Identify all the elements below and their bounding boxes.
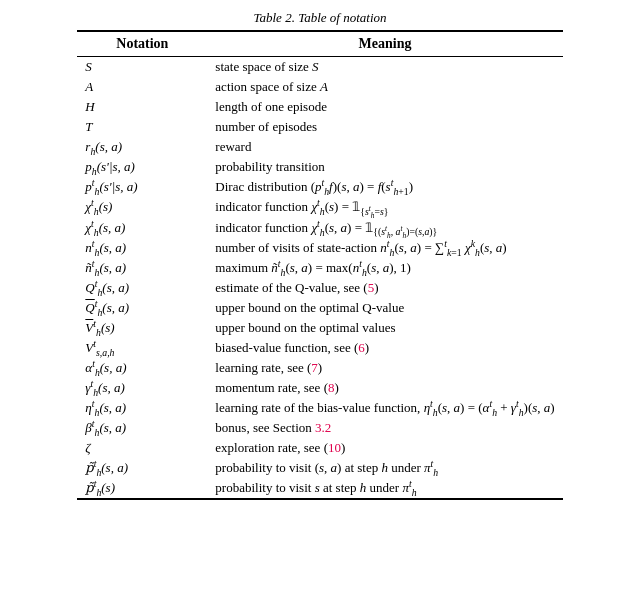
cell-meaning: state space of size S xyxy=(207,57,562,78)
cell-meaning: maximum ñth(s, a) = max(nth(s, a), 1) xyxy=(207,258,562,278)
cell-meaning: learning rate of the bias-value function… xyxy=(207,398,562,418)
table-row: Qth(s, a)upper bound on the optimal Q-va… xyxy=(77,298,562,318)
table-row: p̃th(s)probability to visit s at step h … xyxy=(77,478,562,499)
cell-notation: A xyxy=(77,77,207,97)
table-row: γth(s, a)momentum rate, see (8) xyxy=(77,378,562,398)
cell-meaning: number of episodes xyxy=(207,117,562,137)
cell-notation: χth(s) xyxy=(77,197,207,218)
table-row: Vts,a,hbiased-value function, see (6) xyxy=(77,338,562,358)
cell-meaning: exploration rate, see (10) xyxy=(207,438,562,458)
table-row: rh(s, a)reward xyxy=(77,137,562,157)
table-header-row: Notation Meaning xyxy=(77,31,562,57)
cell-meaning: upper bound on the optimal Q-value xyxy=(207,298,562,318)
table-row: χth(s, a)indicator function χth(s, a) = … xyxy=(77,218,562,239)
table-title: Table 2. Table of notation xyxy=(77,10,562,30)
cell-meaning: upper bound on the optimal values xyxy=(207,318,562,338)
cell-meaning: length of one episode xyxy=(207,97,562,117)
cell-meaning: learning rate, see (7) xyxy=(207,358,562,378)
header-notation: Notation xyxy=(77,31,207,57)
cell-notation: rh(s, a) xyxy=(77,137,207,157)
cell-meaning: estimate of the Q-value, see (5) xyxy=(207,278,562,298)
table-body: Sstate space of size SAaction space of s… xyxy=(77,57,562,500)
cell-meaning: bonus, see Section 3.2 xyxy=(207,418,562,438)
cell-notation: Vth(s) xyxy=(77,318,207,338)
cell-notation: ηth(s, a) xyxy=(77,398,207,418)
table-row: Aaction space of size A xyxy=(77,77,562,97)
cell-meaning: probability to visit s at step h under π… xyxy=(207,478,562,499)
cell-notation: T xyxy=(77,117,207,137)
cell-meaning: biased-value function, see (6) xyxy=(207,338,562,358)
cell-notation: S xyxy=(77,57,207,78)
cell-notation: p̃th(s) xyxy=(77,478,207,499)
table-row: Tnumber of episodes xyxy=(77,117,562,137)
cell-notation: Vts,a,h xyxy=(77,338,207,358)
table-row: pth(s'|s, a)Dirac distribution (pthf)(s,… xyxy=(77,177,562,197)
cell-notation: γth(s, a) xyxy=(77,378,207,398)
cell-notation: ñth(s, a) xyxy=(77,258,207,278)
cell-meaning: probability transition xyxy=(207,157,562,177)
table-row: p̃th(s, a)probability to visit (s, a) at… xyxy=(77,458,562,478)
cell-notation: αth(s, a) xyxy=(77,358,207,378)
table-row: βth(s, a)bonus, see Section 3.2 xyxy=(77,418,562,438)
cell-meaning: reward xyxy=(207,137,562,157)
table-row: ηth(s, a)learning rate of the bias-value… xyxy=(77,398,562,418)
table-row: Vth(s)upper bound on the optimal values xyxy=(77,318,562,338)
cell-notation: βth(s, a) xyxy=(77,418,207,438)
cell-notation: ph(s'|s, a) xyxy=(77,157,207,177)
header-meaning: Meaning xyxy=(207,31,562,57)
cell-meaning: Dirac distribution (pthf)(s, a) = f(sth+… xyxy=(207,177,562,197)
cell-notation: H xyxy=(77,97,207,117)
cell-meaning: indicator function χth(s, a) = 𝟙{(sth, a… xyxy=(207,218,562,239)
cell-meaning: indicator function χth(s) = 𝟙{sth=s} xyxy=(207,197,562,218)
table-row: ζexploration rate, see (10) xyxy=(77,438,562,458)
table-row: nth(s, a)number of visits of state-actio… xyxy=(77,238,562,258)
cell-notation: nth(s, a) xyxy=(77,238,207,258)
table-row: Hlength of one episode xyxy=(77,97,562,117)
table-row: Qth(s, a)estimate of the Q-value, see (5… xyxy=(77,278,562,298)
table-row: Sstate space of size S xyxy=(77,57,562,78)
notation-table: Notation Meaning Sstate space of size SA… xyxy=(77,30,562,500)
table-row: χth(s)indicator function χth(s) = 𝟙{sth=… xyxy=(77,197,562,218)
table-row: ñth(s, a)maximum ñth(s, a) = max(nth(s, … xyxy=(77,258,562,278)
cell-meaning: action space of size A xyxy=(207,77,562,97)
table-row: αth(s, a)learning rate, see (7) xyxy=(77,358,562,378)
cell-notation: χth(s, a) xyxy=(77,218,207,239)
cell-meaning: momentum rate, see (8) xyxy=(207,378,562,398)
cell-notation: ζ xyxy=(77,438,207,458)
cell-notation: p̃th(s, a) xyxy=(77,458,207,478)
cell-meaning: probability to visit (s, a) at step h un… xyxy=(207,458,562,478)
table-row: ph(s'|s, a)probability transition xyxy=(77,157,562,177)
cell-notation: Qth(s, a) xyxy=(77,278,207,298)
cell-notation: pth(s'|s, a) xyxy=(77,177,207,197)
cell-meaning: number of visits of state-action nth(s, … xyxy=(207,238,562,258)
cell-notation: Qth(s, a) xyxy=(77,298,207,318)
